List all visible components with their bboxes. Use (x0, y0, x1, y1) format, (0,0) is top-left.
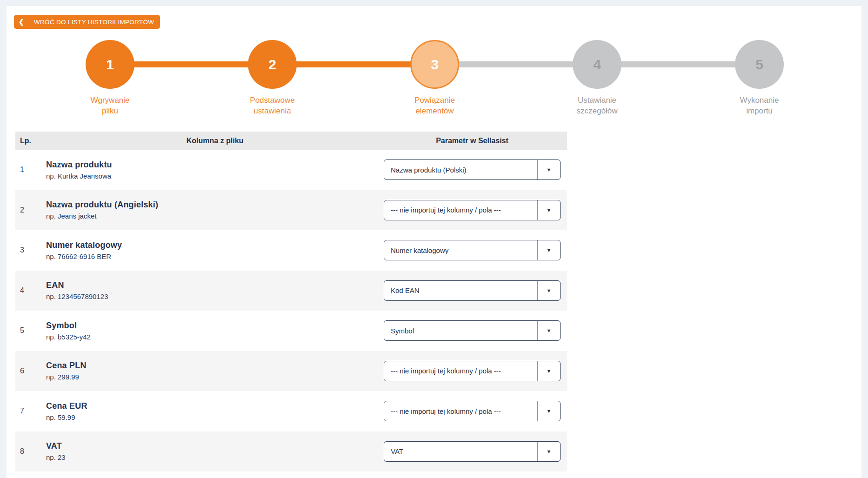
step-4: 4Ustawianieszczegółów (516, 40, 678, 116)
row-number: 8 (20, 447, 24, 455)
row-column-cell: Nazwa produktunp. Kurtka Jeansowa (46, 160, 384, 180)
row-lp-cell: 2 (15, 206, 46, 214)
step-label-line1: Podstawowe (250, 95, 294, 106)
back-chevron-icon: ❮ (19, 19, 29, 25)
param-select[interactable]: Symbol▼ (384, 320, 561, 341)
dropdown-caret-icon[interactable]: ▼ (537, 240, 560, 260)
column-example: np. Jeans jacket (46, 212, 384, 220)
row-column-cell: Nazwa produktu (Angielski)np. Jeans jack… (46, 200, 384, 220)
step-3: 3Powiązanieelementów (354, 40, 516, 116)
row-param-cell: --- nie importuj tej kolumny / pola ---▼ (384, 401, 561, 421)
step-number: 2 (268, 57, 276, 73)
step-circle-3[interactable]: 3 (410, 40, 459, 89)
row-number: 2 (20, 206, 24, 214)
column-example: np. 299.99 (46, 373, 384, 381)
step-label-line1: Ustawianie (577, 95, 618, 106)
step-label-line2: elementów (414, 106, 455, 116)
row-column-cell: Numer katalogowynp. 76662-6916 BER (46, 240, 384, 260)
table-row: 6Cena PLNnp. 299.99--- nie importuj tej … (15, 351, 567, 392)
param-select[interactable]: --- nie importuj tej kolumny / pola ---▼ (384, 200, 561, 220)
row-number: 5 (20, 326, 24, 334)
step-label: Ustawianieszczegółów (577, 95, 618, 116)
row-column-cell: Cena PLNnp. 299.99 (46, 361, 384, 381)
dropdown-caret-icon[interactable]: ▼ (537, 361, 560, 381)
param-select[interactable]: Kod EAN▼ (384, 280, 561, 301)
row-number: 1 (20, 166, 24, 173)
row-number: 6 (20, 367, 24, 375)
row-lp-cell: 8 (15, 447, 46, 456)
row-lp-cell: 5 (15, 326, 46, 335)
column-name: Nazwa produktu (Angielski) (46, 200, 384, 210)
column-example: np. 59.99 (46, 413, 384, 421)
dropdown-caret-icon[interactable]: ▼ (537, 442, 560, 461)
param-select[interactable]: --- nie importuj tej kolumny / pola ---▼ (384, 401, 561, 421)
row-column-cell: EANnp. 1234567890123 (46, 280, 384, 300)
column-name: Nazwa produktu (46, 160, 384, 170)
param-select-value: --- nie importuj tej kolumny / pola --- (384, 361, 537, 381)
step-label: Wykonanieimportu (740, 95, 779, 116)
table-row: 3Numer katalogowynp. 76662-6916 BERNumer… (15, 230, 567, 271)
param-select[interactable]: --- nie importuj tej kolumny / pola ---▼ (384, 361, 561, 381)
param-select-value: Kod EAN (384, 281, 537, 300)
table-row: 4EANnp. 1234567890123Kod EAN▼ (15, 271, 567, 311)
dropdown-caret-icon[interactable]: ▼ (537, 281, 560, 300)
step-label-line2: szczegółów (577, 106, 618, 116)
row-lp-cell: 7 (15, 407, 46, 415)
dropdown-caret-icon[interactable]: ▼ (537, 200, 560, 220)
row-param-cell: --- nie importuj tej kolumny / pola ---▼ (384, 200, 561, 220)
row-column-cell: Symbolnp. b5325-y42 (46, 321, 384, 341)
row-lp-cell: 3 (15, 246, 46, 254)
column-name: Numer katalogowy (46, 240, 384, 250)
table-row: 2Nazwa produktu (Angielski)np. Jeans jac… (15, 190, 567, 231)
step-circle-1[interactable]: 1 (86, 40, 134, 89)
column-name: EAN (46, 280, 384, 290)
step-number: 1 (106, 57, 114, 73)
back-to-import-history-button[interactable]: ❮ WRÓĆ DO LISTY HISTORII IMPORTÓW (14, 15, 160, 29)
row-param-cell: VAT▼ (384, 441, 561, 462)
row-number: 3 (20, 246, 24, 254)
dropdown-caret-icon[interactable]: ▼ (537, 401, 560, 421)
row-param-cell: --- nie importuj tej kolumny / pola ---▼ (384, 361, 561, 381)
step-1: 1Wgrywaniepliku (29, 40, 191, 116)
step-circle-4[interactable]: 4 (573, 40, 621, 89)
param-select[interactable]: VAT▼ (384, 441, 561, 462)
row-param-cell: Numer katalogowy▼ (384, 240, 561, 260)
header-lp: Lp. (15, 137, 46, 145)
step-number: 4 (593, 57, 601, 73)
param-select-value: --- nie importuj tej kolumny / pola --- (384, 401, 537, 421)
dropdown-caret-icon[interactable]: ▼ (537, 160, 560, 179)
step-label: Wgrywaniepliku (90, 95, 129, 116)
header-column: Kolumna z pliku (46, 137, 384, 145)
column-example: np. 23 (46, 453, 384, 461)
step-label-line2: ustawienia (250, 106, 294, 116)
dropdown-caret-icon[interactable]: ▼ (537, 321, 560, 340)
row-number: 7 (20, 407, 24, 415)
row-lp-cell: 1 (15, 166, 46, 174)
table-row: 1Nazwa produktunp. Kurtka JeansowaNazwa … (15, 150, 567, 190)
row-column-cell: Cena EURnp. 59.99 (46, 401, 384, 421)
column-name: Symbol (46, 321, 384, 331)
step-label: Podstawoweustawienia (250, 95, 294, 116)
row-lp-cell: 6 (15, 367, 46, 375)
column-example: np. b5325-y42 (46, 333, 384, 341)
row-param-cell: Nazwa produktu (Polski)▼ (384, 159, 561, 180)
param-select[interactable]: Numer katalogowy▼ (384, 240, 561, 260)
row-number: 4 (20, 286, 24, 294)
column-example: np. Kurtka Jeansowa (46, 172, 384, 180)
step-circle-5[interactable]: 5 (735, 40, 784, 89)
back-button-label: WRÓĆ DO LISTY HISTORII IMPORTÓW (34, 19, 154, 26)
step-number: 3 (431, 57, 439, 73)
step-number: 5 (755, 57, 763, 73)
param-select[interactable]: Nazwa produktu (Polski)▼ (384, 159, 561, 180)
param-select-value: --- nie importuj tej kolumny / pola --- (384, 200, 537, 220)
param-select-value: Numer katalogowy (384, 240, 537, 260)
row-param-cell: Symbol▼ (384, 320, 561, 341)
column-name: Cena PLN (46, 361, 384, 371)
table-row: 7Cena EURnp. 59.99--- nie importuj tej k… (15, 391, 567, 432)
row-param-cell: Kod EAN▼ (384, 280, 561, 301)
table-row: 8VATnp. 23VAT▼ (15, 432, 567, 472)
content-card: ❮ WRÓĆ DO LISTY HISTORII IMPORTÓW 1Wgryw… (7, 6, 861, 478)
step-circle-2[interactable]: 2 (248, 40, 297, 89)
step-label-line2: pliku (90, 106, 129, 116)
param-select-value: Nazwa produktu (Polski) (384, 160, 537, 179)
